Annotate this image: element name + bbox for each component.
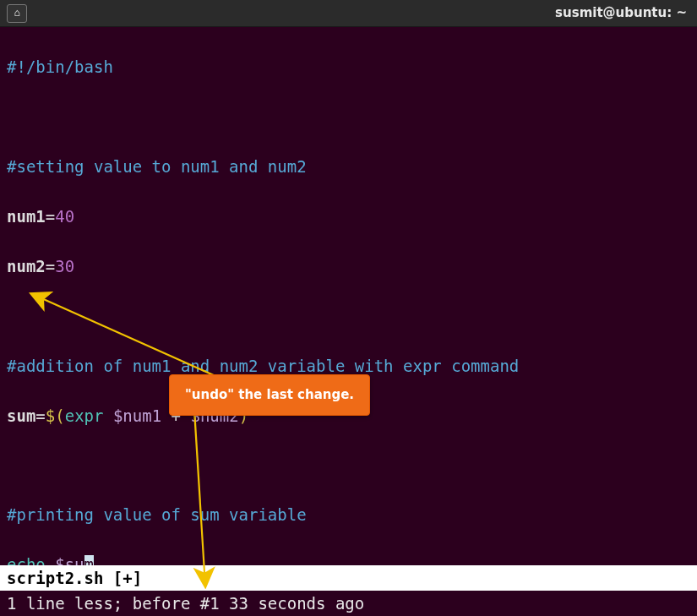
var-ref: $num1 [113, 406, 161, 425]
dollar-sign: $ [46, 406, 55, 425]
editor-area[interactable]: #!/bin/bash #setting value to num1 and n… [0, 27, 697, 616]
equals-op: = [46, 257, 55, 275]
status-text: script2.sh [+] [7, 569, 142, 587]
titlebar-left: ⌂ [7, 4, 27, 23]
var-name: num2 [7, 257, 46, 275]
shebang-line: #!/bin/bash [7, 57, 113, 76]
comment-line: #setting value to num1 and num2 [7, 157, 307, 176]
command-text: 1 line less; before #1 33 seconds ago [7, 594, 364, 613]
callout-text: "undo" the last change. [185, 387, 354, 402]
number-literal: 30 [55, 257, 74, 275]
open-paren: ( [55, 406, 64, 425]
annotation-callout: "undo" the last change. [169, 374, 370, 416]
space [103, 406, 112, 425]
var-name: num1 [7, 207, 46, 226]
vim-status-bar: script2.sh [+] [0, 565, 697, 591]
vim-command-line: 1 line less; before #1 33 seconds ago [0, 591, 697, 616]
comment-line: #printing value of sum variable [7, 505, 307, 524]
terminal-icon: ⌂ [7, 4, 27, 23]
equals-op: = [46, 207, 55, 226]
comment-line: #addition of num1 and num2 variable with… [7, 357, 519, 375]
terminal-icon-glyph: ⌂ [14, 5, 19, 21]
number-literal: 40 [55, 207, 74, 226]
window-title: susmit@ubuntu: ~ [555, 3, 687, 23]
titlebar: ⌂ susmit@ubuntu: ~ [0, 0, 697, 27]
var-name: sum [7, 406, 35, 425]
command-name: expr [65, 406, 104, 425]
equals-op: = [35, 406, 45, 425]
